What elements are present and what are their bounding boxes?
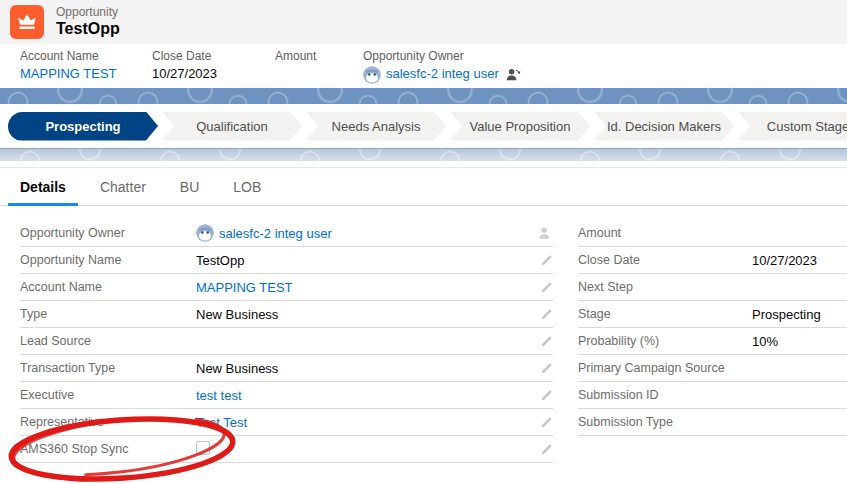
- representative-link[interactable]: Test Test: [196, 415, 247, 430]
- field-label: Representative: [20, 415, 196, 429]
- field-label: Opportunity Name: [20, 253, 196, 267]
- field-row-ams360-stop-sync: AMS360 Stop Sync: [20, 436, 553, 463]
- field-label: Stage: [578, 307, 752, 321]
- opportunity-owner-link[interactable]: salesfc-2 integ user: [386, 65, 499, 84]
- details-right-column: Amount Close Date 10/27/2023 Next Step S…: [578, 220, 847, 463]
- field-label: Transaction Type: [20, 361, 196, 375]
- field-label: Probability (%): [578, 334, 752, 348]
- field-label: Opportunity Owner: [20, 226, 196, 240]
- field-value: TestOpp: [196, 253, 535, 268]
- opportunity-crown-icon: [10, 5, 44, 39]
- highlight-opportunity-owner: Opportunity Owner salesfc-2 integ user: [363, 48, 521, 88]
- field-label: Submission ID: [578, 388, 752, 402]
- tab-label: LOB: [233, 179, 261, 195]
- sales-path: Prospecting Qualification Needs Analysis…: [0, 104, 847, 148]
- stage-label: Value Proposition: [470, 119, 571, 134]
- account-name-link[interactable]: MAPPING TEST: [20, 66, 117, 81]
- field-row-lead-source: Lead Source: [20, 328, 553, 355]
- details-panel: Opportunity Owner salesfc-2 integ user O…: [0, 206, 847, 463]
- header-pattern-band-bottom: [0, 148, 847, 161]
- edit-pencil-icon[interactable]: [535, 389, 553, 402]
- field-label: Next Step: [578, 280, 752, 294]
- executive-link[interactable]: test test: [196, 388, 242, 403]
- edit-pencil-icon[interactable]: [535, 254, 553, 267]
- field-value: 10/27/2023: [752, 253, 847, 268]
- field-label: Primary Campaign Source: [578, 361, 752, 375]
- field-row-executive: Executive test test: [20, 382, 553, 409]
- highlight-amount: Amount: [275, 48, 363, 88]
- edit-pencil-icon[interactable]: [535, 281, 553, 294]
- field-row-opportunity-name: Opportunity Name TestOpp: [20, 247, 553, 274]
- opportunity-owner-link[interactable]: salesfc-2 integ user: [219, 226, 332, 241]
- header-pattern-band-top: [0, 88, 847, 104]
- field-label: Lead Source: [20, 334, 196, 348]
- field-label: Type: [20, 307, 196, 321]
- field-row-stage: Stage Prospecting: [578, 301, 847, 328]
- highlight-label: Account Name: [20, 48, 152, 65]
- tab-details[interactable]: Details: [20, 168, 66, 205]
- highlight-label: Close Date: [152, 48, 275, 65]
- path-stage-qualification[interactable]: Qualification: [162, 112, 302, 141]
- user-avatar-icon: [196, 224, 214, 242]
- field-label: Close Date: [578, 253, 752, 267]
- field-row-transaction-type: Transaction Type New Business: [20, 355, 553, 382]
- change-owner-icon[interactable]: [535, 226, 553, 241]
- stage-label: Custom Stage: [767, 119, 847, 134]
- field-label: Amount: [578, 226, 752, 240]
- details-left-column: Opportunity Owner salesfc-2 integ user O…: [20, 220, 553, 463]
- stage-label: Qualification: [196, 119, 268, 134]
- field-label: Executive: [20, 388, 196, 402]
- field-row-representative: Representative Test Test: [20, 409, 553, 436]
- stage-label: Id. Decision Makers: [607, 119, 721, 134]
- ams360-stop-sync-checkbox[interactable]: [196, 441, 210, 455]
- highlight-account-name: Account Name MAPPING TEST: [20, 48, 152, 88]
- path-stage-custom-stage[interactable]: Custom Stage: [738, 112, 847, 141]
- highlights-panel: Account Name MAPPING TEST Close Date 10/…: [0, 44, 847, 88]
- tab-label: Details: [20, 179, 66, 195]
- tab-lob[interactable]: LOB: [233, 168, 261, 205]
- opportunity-record-page: Opportunity TestOpp Account Name MAPPING…: [0, 0, 847, 484]
- tab-bu[interactable]: BU: [180, 168, 199, 205]
- path-stage-value-proposition[interactable]: Value Proposition: [450, 112, 590, 141]
- field-label: Submission Type: [578, 415, 752, 429]
- field-row-next-step: Next Step: [578, 274, 847, 301]
- field-label: AMS360 Stop Sync: [20, 442, 196, 456]
- field-row-opportunity-owner: Opportunity Owner salesfc-2 integ user: [20, 220, 553, 247]
- entity-label: Opportunity: [56, 6, 120, 20]
- stage-label: Needs Analysis: [332, 119, 421, 134]
- field-value: New Business: [196, 307, 535, 322]
- field-label: Account Name: [20, 280, 196, 294]
- field-value: Prospecting: [752, 307, 847, 322]
- user-avatar-icon: [363, 66, 381, 84]
- field-value: 10%: [752, 334, 847, 349]
- edit-pencil-icon[interactable]: [535, 416, 553, 429]
- field-row-type: Type New Business: [20, 301, 553, 328]
- field-value: New Business: [196, 361, 535, 376]
- tab-chatter[interactable]: Chatter: [100, 168, 146, 205]
- path-stage-id-decision-makers[interactable]: Id. Decision Makers: [594, 112, 734, 141]
- field-row-primary-campaign-source: Primary Campaign Source: [578, 355, 847, 382]
- path-stage-prospecting[interactable]: Prospecting: [8, 112, 158, 141]
- field-row-probability: Probability (%) 10%: [578, 328, 847, 355]
- edit-pencil-icon[interactable]: [535, 308, 553, 321]
- field-row-account-name: Account Name MAPPING TEST: [20, 274, 553, 301]
- page-title: TestOpp: [56, 20, 120, 38]
- stage-label: Prospecting: [45, 119, 120, 134]
- highlight-label: Opportunity Owner: [363, 48, 521, 65]
- highlight-label: Amount: [275, 48, 363, 65]
- record-tabs: Details Chatter BU LOB: [0, 167, 847, 206]
- account-name-link[interactable]: MAPPING TEST: [196, 280, 293, 295]
- path-stage-needs-analysis[interactable]: Needs Analysis: [306, 112, 446, 141]
- field-row-submission-id: Submission ID: [578, 382, 847, 409]
- change-owner-icon[interactable]: [506, 67, 521, 82]
- field-row-close-date: Close Date 10/27/2023: [578, 247, 847, 274]
- tab-label: BU: [180, 179, 199, 195]
- edit-pencil-icon[interactable]: [535, 443, 553, 456]
- highlight-close-date: Close Date 10/27/2023: [152, 48, 275, 88]
- record-header: Opportunity TestOpp: [0, 0, 847, 44]
- field-row-amount: Amount: [578, 220, 847, 247]
- edit-pencil-icon[interactable]: [535, 362, 553, 375]
- close-date-value: 10/27/2023: [152, 65, 275, 84]
- edit-pencil-icon[interactable]: [535, 335, 553, 348]
- tab-label: Chatter: [100, 179, 146, 195]
